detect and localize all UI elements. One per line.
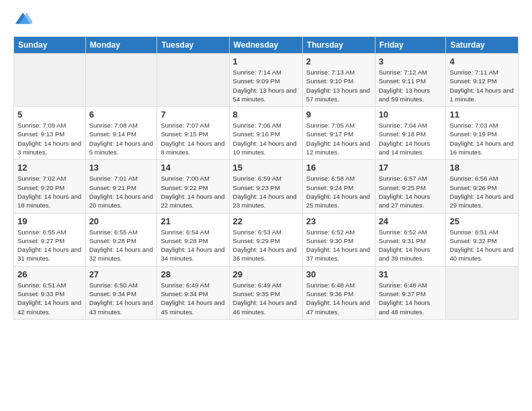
day-info: Sunrise: 6:50 AMSunset: 9:34 PMDaylight:… bbox=[89, 281, 154, 316]
day-info: Sunrise: 7:05 AMSunset: 9:17 PMDaylight:… bbox=[306, 121, 371, 156]
day-number: 13 bbox=[89, 163, 154, 173]
day-number: 29 bbox=[233, 269, 299, 279]
day-number: 11 bbox=[449, 109, 515, 120]
calendar-cell: 29Sunrise: 6:49 AMSunset: 9:35 PMDayligh… bbox=[229, 266, 302, 319]
calendar-cell: 13Sunrise: 7:01 AMSunset: 9:21 PMDayligh… bbox=[85, 160, 157, 213]
calendar-cell: 23Sunrise: 6:52 AMSunset: 9:30 PMDayligh… bbox=[302, 213, 375, 266]
day-number: 12 bbox=[17, 163, 82, 173]
calendar-cell: 7Sunrise: 7:07 AMSunset: 9:15 PMDaylight… bbox=[157, 107, 229, 160]
calendar-cell: 25Sunrise: 6:51 AMSunset: 9:32 PMDayligh… bbox=[446, 213, 519, 266]
day-number: 8 bbox=[233, 109, 299, 120]
day-number: 5 bbox=[17, 109, 82, 120]
day-info: Sunrise: 6:59 AMSunset: 9:23 PMDaylight:… bbox=[233, 174, 299, 210]
day-info: Sunrise: 7:12 AMSunset: 9:11 PMDaylight:… bbox=[379, 68, 443, 103]
calendar-cell: 5Sunrise: 7:09 AMSunset: 9:13 PMDaylight… bbox=[14, 107, 86, 160]
calendar-cell bbox=[14, 54, 86, 107]
day-number: 30 bbox=[306, 269, 371, 279]
calendar-cell: 26Sunrise: 6:51 AMSunset: 9:33 PMDayligh… bbox=[14, 266, 86, 319]
day-number: 2 bbox=[306, 56, 371, 66]
calendar-cell bbox=[85, 54, 157, 107]
day-number: 18 bbox=[449, 163, 515, 173]
day-info: Sunrise: 7:01 AMSunset: 9:21 PMDaylight:… bbox=[89, 174, 154, 210]
day-number: 28 bbox=[161, 269, 225, 279]
calendar-cell: 3Sunrise: 7:12 AMSunset: 9:11 PMDaylight… bbox=[375, 54, 446, 107]
day-info: Sunrise: 7:11 AMSunset: 9:12 PMDaylight:… bbox=[449, 68, 515, 103]
day-header-saturday: Saturday bbox=[446, 37, 519, 54]
day-info: Sunrise: 6:55 AMSunset: 9:28 PMDaylight:… bbox=[89, 228, 154, 263]
day-info: Sunrise: 7:13 AMSunset: 9:10 PMDaylight:… bbox=[306, 68, 371, 103]
day-info: Sunrise: 6:56 AMSunset: 9:26 PMDaylight:… bbox=[449, 174, 515, 210]
calendar-cell: 11Sunrise: 7:03 AMSunset: 9:19 PMDayligh… bbox=[446, 107, 519, 160]
day-header-wednesday: Wednesday bbox=[229, 37, 302, 54]
day-number: 19 bbox=[17, 216, 82, 226]
calendar-cell: 2Sunrise: 7:13 AMSunset: 9:10 PMDaylight… bbox=[302, 54, 375, 107]
calendar-cell: 10Sunrise: 7:04 AMSunset: 9:18 PMDayligh… bbox=[375, 107, 446, 160]
day-info: Sunrise: 6:51 AMSunset: 9:32 PMDaylight:… bbox=[449, 228, 515, 263]
week-row-3: 12Sunrise: 7:02 AMSunset: 9:20 PMDayligh… bbox=[14, 160, 519, 213]
day-header-friday: Friday bbox=[375, 37, 446, 54]
calendar-cell: 24Sunrise: 6:52 AMSunset: 9:31 PMDayligh… bbox=[375, 213, 446, 266]
header bbox=[13, 11, 519, 30]
page: SundayMondayTuesdayWednesdayThursdayFrid… bbox=[0, 0, 532, 330]
day-number: 22 bbox=[233, 216, 299, 226]
day-info: Sunrise: 7:14 AMSunset: 9:09 PMDaylight:… bbox=[233, 68, 299, 103]
day-header-thursday: Thursday bbox=[302, 37, 375, 54]
day-info: Sunrise: 7:07 AMSunset: 9:15 PMDaylight:… bbox=[161, 121, 225, 156]
day-info: Sunrise: 6:55 AMSunset: 9:27 PMDaylight:… bbox=[17, 228, 82, 263]
day-number: 25 bbox=[449, 216, 515, 226]
day-number: 21 bbox=[161, 216, 225, 226]
calendar-table: SundayMondayTuesdayWednesdayThursdayFrid… bbox=[13, 36, 519, 320]
day-info: Sunrise: 6:52 AMSunset: 9:30 PMDaylight:… bbox=[306, 228, 371, 263]
day-number: 4 bbox=[449, 56, 515, 66]
calendar-cell bbox=[157, 54, 229, 107]
day-header-monday: Monday bbox=[85, 37, 157, 54]
calendar-cell: 27Sunrise: 6:50 AMSunset: 9:34 PMDayligh… bbox=[85, 266, 157, 319]
calendar-cell: 16Sunrise: 6:58 AMSunset: 9:24 PMDayligh… bbox=[302, 160, 375, 213]
day-header-tuesday: Tuesday bbox=[157, 37, 229, 54]
day-number: 23 bbox=[306, 216, 371, 226]
day-info: Sunrise: 7:06 AMSunset: 9:16 PMDaylight:… bbox=[233, 121, 299, 156]
week-row-1: 1Sunrise: 7:14 AMSunset: 9:09 PMDaylight… bbox=[14, 54, 519, 107]
calendar-cell: 19Sunrise: 6:55 AMSunset: 9:27 PMDayligh… bbox=[14, 213, 86, 266]
calendar-cell: 4Sunrise: 7:11 AMSunset: 9:12 PMDaylight… bbox=[446, 54, 519, 107]
day-info: Sunrise: 7:02 AMSunset: 9:20 PMDaylight:… bbox=[17, 174, 82, 210]
day-info: Sunrise: 6:49 AMSunset: 9:34 PMDaylight:… bbox=[161, 281, 225, 316]
calendar-cell: 18Sunrise: 6:56 AMSunset: 9:26 PMDayligh… bbox=[446, 160, 519, 213]
day-info: Sunrise: 6:52 AMSunset: 9:31 PMDaylight:… bbox=[379, 228, 443, 263]
calendar-cell: 8Sunrise: 7:06 AMSunset: 9:16 PMDaylight… bbox=[229, 107, 302, 160]
day-number: 16 bbox=[306, 163, 371, 173]
week-row-5: 26Sunrise: 6:51 AMSunset: 9:33 PMDayligh… bbox=[14, 266, 519, 319]
calendar-cell: 14Sunrise: 7:00 AMSunset: 9:22 PMDayligh… bbox=[157, 160, 229, 213]
day-number: 20 bbox=[89, 216, 154, 226]
logo bbox=[13, 11, 34, 30]
calendar-cell: 12Sunrise: 7:02 AMSunset: 9:20 PMDayligh… bbox=[14, 160, 86, 213]
day-info: Sunrise: 6:57 AMSunset: 9:25 PMDaylight:… bbox=[379, 174, 443, 210]
day-info: Sunrise: 6:48 AMSunset: 9:37 PMDaylight:… bbox=[379, 281, 443, 316]
calendar-cell: 28Sunrise: 6:49 AMSunset: 9:34 PMDayligh… bbox=[157, 266, 229, 319]
week-row-2: 5Sunrise: 7:09 AMSunset: 9:13 PMDaylight… bbox=[14, 107, 519, 160]
day-header-sunday: Sunday bbox=[14, 37, 86, 54]
week-row-4: 19Sunrise: 6:55 AMSunset: 9:27 PMDayligh… bbox=[14, 213, 519, 266]
day-info: Sunrise: 7:08 AMSunset: 9:14 PMDaylight:… bbox=[89, 121, 154, 156]
logo-icon bbox=[13, 11, 32, 30]
day-info: Sunrise: 6:51 AMSunset: 9:33 PMDaylight:… bbox=[17, 281, 82, 316]
day-number: 14 bbox=[161, 163, 225, 173]
calendar-cell: 1Sunrise: 7:14 AMSunset: 9:09 PMDaylight… bbox=[229, 54, 302, 107]
day-number: 9 bbox=[306, 109, 371, 120]
day-number: 7 bbox=[161, 109, 225, 120]
day-number: 10 bbox=[379, 109, 443, 120]
day-number: 15 bbox=[233, 163, 299, 173]
day-number: 27 bbox=[89, 269, 154, 279]
calendar-cell bbox=[446, 266, 519, 319]
calendar-cell: 30Sunrise: 6:48 AMSunset: 9:36 PMDayligh… bbox=[302, 266, 375, 319]
day-number: 17 bbox=[379, 163, 443, 173]
day-number: 3 bbox=[379, 56, 443, 66]
day-info: Sunrise: 7:09 AMSunset: 9:13 PMDaylight:… bbox=[17, 121, 82, 156]
calendar-cell: 9Sunrise: 7:05 AMSunset: 9:17 PMDaylight… bbox=[302, 107, 375, 160]
calendar-cell: 6Sunrise: 7:08 AMSunset: 9:14 PMDaylight… bbox=[85, 107, 157, 160]
calendar-cell: 17Sunrise: 6:57 AMSunset: 9:25 PMDayligh… bbox=[375, 160, 446, 213]
day-info: Sunrise: 7:00 AMSunset: 9:22 PMDaylight:… bbox=[161, 174, 225, 210]
day-info: Sunrise: 7:04 AMSunset: 9:18 PMDaylight:… bbox=[379, 121, 443, 156]
day-info: Sunrise: 6:54 AMSunset: 9:28 PMDaylight:… bbox=[161, 228, 225, 263]
day-header-row: SundayMondayTuesdayWednesdayThursdayFrid… bbox=[14, 37, 519, 54]
